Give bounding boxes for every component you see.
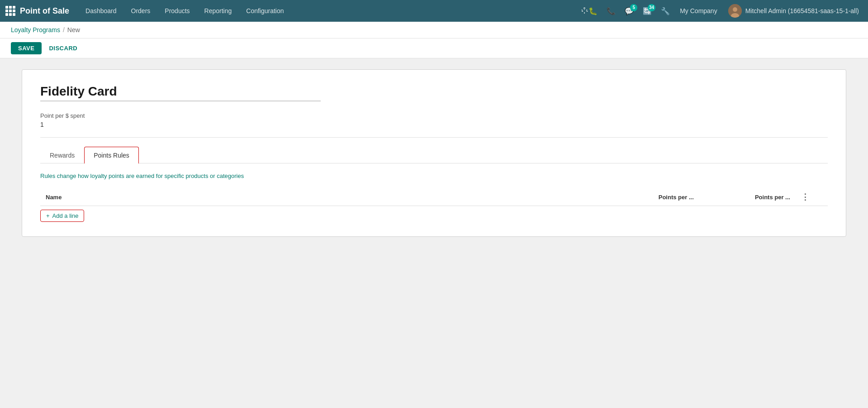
col-header-name: Name — [40, 188, 603, 206]
nav-item-configuration[interactable]: Configuration — [239, 0, 291, 22]
settings-button[interactable]: 🔧 — [658, 5, 673, 17]
user-menu[interactable]: Mitchell Admin (16654581-saas-15-1-all) — [725, 4, 863, 18]
tab-rewards[interactable]: Rewards — [40, 147, 84, 163]
nav-item-orders[interactable]: Orders — [124, 0, 158, 22]
col-header-points2: Points per ... — [699, 188, 796, 206]
brand-label: Point of Sale — [20, 6, 69, 16]
phone-icon: 📞 — [607, 7, 616, 15]
point-per-dollar-value[interactable]: 1 — [40, 121, 828, 128]
add-icon: + — [46, 212, 50, 219]
breadcrumb-current: New — [67, 26, 80, 34]
col-header-points1: Points per ... — [603, 188, 699, 206]
company-selector[interactable]: My Company — [676, 7, 721, 14]
chat-button[interactable]: 💬 5 — [622, 5, 636, 17]
user-label: Mitchell Admin (16654581-saas-15-1-all) — [745, 7, 859, 14]
action-bar: SAVE DISCARD — [0, 38, 868, 58]
save-button[interactable]: SAVE — [11, 42, 42, 54]
avatar — [728, 4, 742, 18]
discard-button[interactable]: DISCARD — [47, 42, 79, 54]
nav-item-reporting[interactable]: Reporting — [197, 0, 239, 22]
tab-points-rules[interactable]: Points Rules — [84, 147, 139, 163]
table-column-menu-icon[interactable]: ⋮ — [801, 192, 810, 202]
points-rules-table: Name Points per ... Points per ... ⋮ — [40, 188, 828, 206]
bug-icon: 🐛 — [588, 7, 598, 15]
point-per-dollar-group: Point per $ spent 1 — [40, 112, 828, 128]
nav-actions: 🐛 📞 💬 5 🔄 34 🔧 My Company Mitchell — [578, 4, 863, 18]
add-line-button[interactable]: + Add a line — [40, 210, 84, 222]
nav-item-products[interactable]: Products — [157, 0, 197, 22]
breadcrumb-parent[interactable]: Loyalty Programs — [11, 26, 60, 34]
form-card: Point per $ spent 1 Rewards Points Rules… — [22, 69, 846, 237]
tab-bar: Rewards Points Rules — [40, 147, 828, 163]
refresh-badge: 34 — [648, 4, 655, 11]
breadcrumb-separator: / — [63, 26, 65, 34]
nav-item-dashboard[interactable]: Dashboard — [78, 0, 124, 22]
bug-button[interactable]: 🐛 — [578, 5, 600, 17]
col-header-menu: ⋮ — [796, 188, 828, 206]
main-content: Point per $ spent 1 Rewards Points Rules… — [0, 58, 868, 408]
rules-info-text: Rules change how loyalty points are earn… — [40, 173, 828, 179]
add-line-label: Add a line — [52, 212, 79, 219]
svg-point-1 — [733, 7, 737, 12]
breadcrumb: Loyalty Programs / New — [0, 22, 868, 38]
navbar: Point of Sale Dashboard Orders Products … — [0, 0, 868, 22]
section-divider — [40, 137, 828, 138]
program-name-input[interactable] — [40, 84, 321, 101]
chat-badge: 5 — [630, 4, 637, 11]
refresh-button[interactable]: 🔄 34 — [640, 5, 655, 17]
point-per-dollar-label: Point per $ spent — [40, 112, 828, 119]
phone-button[interactable]: 📞 — [604, 5, 618, 17]
nav-menu: Dashboard Orders Products Reporting Conf… — [78, 0, 576, 22]
wrench-icon: 🔧 — [661, 7, 670, 15]
brand[interactable]: Point of Sale — [5, 6, 69, 16]
grid-icon — [5, 6, 15, 16]
